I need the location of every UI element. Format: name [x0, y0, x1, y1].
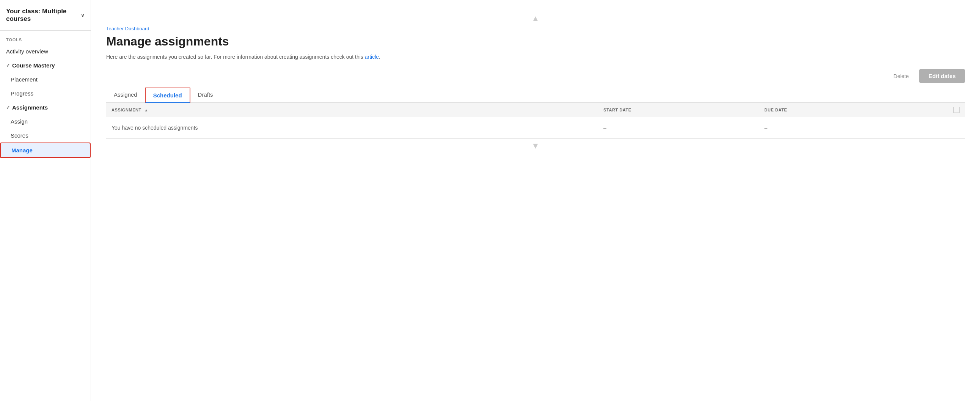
- sidebar-item-progress[interactable]: Progress: [0, 86, 91, 100]
- edit-dates-button[interactable]: Edit dates: [919, 69, 965, 83]
- tab-assigned[interactable]: Assigned: [106, 87, 145, 103]
- class-title-chevron: ∨: [81, 13, 84, 18]
- sidebar-item-label: Scores: [11, 132, 29, 139]
- sidebar-item-label: Assign: [11, 118, 28, 125]
- article-link[interactable]: article: [365, 54, 379, 60]
- sidebar-item-label: Activity overview: [6, 48, 48, 55]
- page-description: Here are the assignments you created so …: [106, 54, 965, 60]
- sidebar-header: Your class: Multiple courses ∨: [0, 0, 91, 31]
- class-title[interactable]: Your class: Multiple courses ∨: [6, 8, 84, 23]
- class-title-text: Your class: Multiple courses: [6, 8, 79, 23]
- empty-checkbox-cell: [920, 117, 965, 139]
- tools-label: TOOLS: [0, 31, 91, 44]
- empty-start: –: [598, 117, 759, 139]
- sidebar-item-label: Course Mastery: [12, 62, 55, 68]
- table-row-empty: You have no scheduled assignments – –: [106, 117, 965, 139]
- description-suffix: .: [379, 54, 380, 60]
- main-content: ▲ Teacher Dashboard Manage assignments H…: [91, 0, 980, 401]
- expand-arrow-icon: ✓: [6, 63, 10, 68]
- col-header-start-date: START DATE: [598, 103, 759, 117]
- toolbar-row: Delete Edit dates: [106, 69, 965, 87]
- select-all-checkbox[interactable]: [953, 107, 959, 113]
- breadcrumb[interactable]: Teacher Dashboard: [106, 26, 965, 32]
- col-header-assignment[interactable]: ASSIGNMENT ▲: [106, 103, 598, 117]
- sort-icon: ▲: [144, 108, 148, 112]
- deco-arrow-top: ▲: [106, 11, 965, 26]
- tab-scheduled[interactable]: Scheduled: [145, 87, 190, 103]
- empty-message: You have no scheduled assignments: [106, 117, 598, 139]
- sidebar-item-label: Placement: [11, 76, 38, 82]
- sidebar-item-label: Manage: [11, 147, 33, 154]
- sidebar: Your class: Multiple courses ∨ TOOLS Act…: [0, 0, 91, 401]
- assignments-table: ASSIGNMENT ▲ START DATE DUE DATE You hav…: [106, 103, 965, 139]
- sidebar-item-scores[interactable]: Scores: [0, 128, 91, 143]
- empty-due: –: [759, 117, 920, 139]
- table-header-row: ASSIGNMENT ▲ START DATE DUE DATE: [106, 103, 965, 117]
- sidebar-item-assignments[interactable]: ✓ Assignments: [0, 100, 91, 114]
- sidebar-item-assign[interactable]: Assign: [0, 114, 91, 128]
- description-prefix: Here are the assignments you created so …: [106, 54, 365, 60]
- page-title: Manage assignments: [106, 35, 965, 49]
- sidebar-item-course-mastery[interactable]: ✓ Course Mastery: [0, 59, 91, 72]
- deco-arrow-bottom: ▼: [106, 139, 965, 153]
- sidebar-item-label: Progress: [11, 90, 33, 97]
- sidebar-item-placement[interactable]: Placement: [0, 72, 91, 86]
- tab-drafts[interactable]: Drafts: [190, 87, 221, 103]
- expand-arrow-icon: ✓: [6, 105, 10, 110]
- col-header-due-date: DUE DATE: [759, 103, 920, 117]
- col-header-checkbox: [920, 103, 965, 117]
- sidebar-item-activity-overview[interactable]: Activity overview: [0, 44, 91, 59]
- tabs-row: Assigned Scheduled Drafts: [106, 87, 965, 103]
- sidebar-item-manage[interactable]: Manage: [0, 143, 91, 158]
- sidebar-item-label: Assignments: [12, 104, 48, 111]
- delete-button[interactable]: Delete: [889, 70, 913, 82]
